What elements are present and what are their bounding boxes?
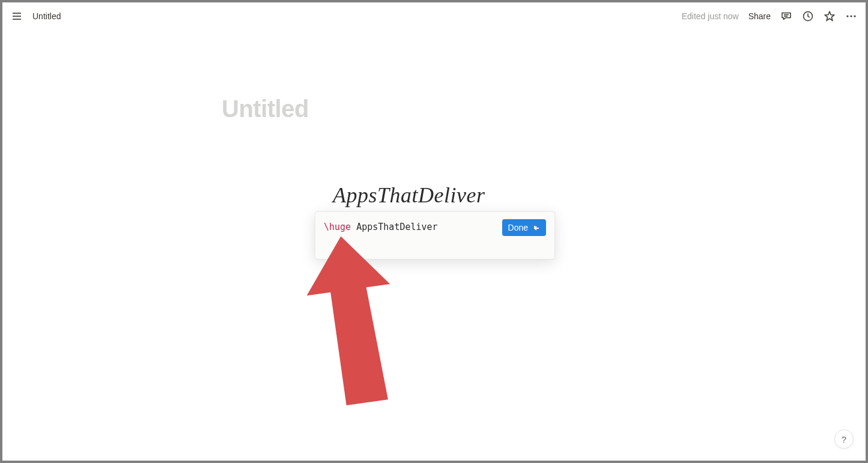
annotation-arrow — [303, 235, 405, 424]
latex-text-token: AppsThatDeliver — [351, 222, 438, 232]
page-title[interactable]: Untitled — [222, 95, 309, 123]
share-button[interactable]: Share — [748, 11, 771, 21]
latex-command-token: \huge — [324, 222, 351, 232]
help-button[interactable]: ? — [834, 429, 854, 449]
svg-marker-10 — [303, 235, 405, 409]
equation-editor: \huge AppsThatDeliver Done — [315, 211, 555, 259]
help-icon: ? — [842, 434, 846, 444]
comments-icon[interactable] — [780, 10, 792, 22]
edit-status: Edited just now — [682, 11, 739, 21]
app-frame: Untitled Edited just now Share — [2, 2, 866, 461]
topbar-left: Untitled — [11, 10, 61, 22]
done-button[interactable]: Done — [502, 219, 546, 236]
history-icon[interactable] — [802, 10, 814, 22]
done-button-label: Done — [508, 223, 528, 232]
equation-input[interactable]: \huge AppsThatDeliver — [324, 219, 495, 232]
topbar: Untitled Edited just now Share — [2, 2, 866, 29]
page-body: Untitled AppsThatDeliver \huge AppsThatD… — [2, 29, 866, 461]
more-icon[interactable] — [845, 10, 857, 22]
star-icon[interactable] — [824, 10, 836, 22]
svg-point-9 — [854, 15, 855, 17]
svg-marker-6 — [825, 11, 834, 20]
breadcrumb-title[interactable]: Untitled — [32, 11, 61, 21]
menu-icon[interactable] — [11, 10, 23, 22]
svg-point-8 — [850, 15, 852, 17]
return-icon — [532, 223, 540, 232]
topbar-right: Edited just now Share — [682, 10, 857, 22]
svg-point-7 — [846, 15, 848, 17]
equation-rendered[interactable]: AppsThatDeliver — [333, 183, 485, 208]
